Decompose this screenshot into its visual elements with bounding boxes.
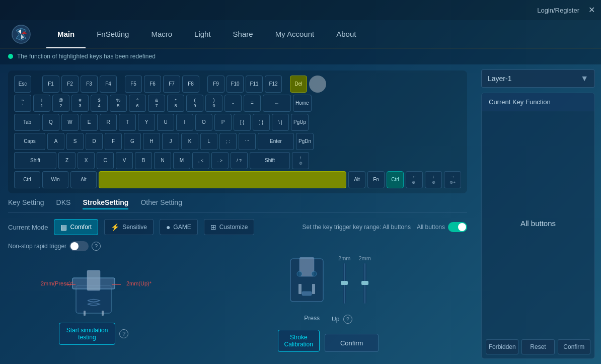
key-6[interactable]: ^6 <box>129 95 146 112</box>
mode-btn-game[interactable]: ● GAME <box>160 219 198 235</box>
key-v[interactable]: V <box>116 152 133 169</box>
key-tab[interactable]: Tab <box>14 114 40 131</box>
tab-other-setting[interactable]: Other Setting <box>140 198 182 209</box>
key-x[interactable]: X <box>78 152 95 169</box>
close-button[interactable]: ✕ <box>588 6 595 14</box>
key-lalt[interactable]: Alt <box>70 171 97 188</box>
mode-btn-customize[interactable]: ⊞ Customize <box>204 219 255 235</box>
key-enter[interactable]: Enter <box>258 133 294 150</box>
key-7[interactable]: &7 <box>148 95 165 112</box>
key-0[interactable]: )0 <box>205 95 222 112</box>
nav-item-main[interactable]: Main <box>46 20 86 48</box>
key-f11[interactable]: F11 <box>246 76 263 93</box>
key-fn[interactable]: Fn <box>367 171 385 188</box>
key-f12[interactable]: F12 <box>265 76 282 93</box>
mode-btn-comfort[interactable]: ▤ Comfort <box>54 219 98 235</box>
nonstop-help-icon[interactable]: ? <box>92 242 101 251</box>
key-f8[interactable]: F8 <box>182 76 199 93</box>
key-2[interactable]: @2 <box>52 95 69 112</box>
key-pgdn[interactable]: PgDn <box>296 133 314 150</box>
reset-button[interactable]: Reset <box>521 339 554 354</box>
stroke-calibration-button[interactable]: Stroke Calibration <box>278 330 320 352</box>
right-confirm-button[interactable]: Confirm <box>558 339 590 354</box>
confirm-switch-button[interactable]: Confirm <box>325 334 379 352</box>
key-comma[interactable]: , < <box>192 152 209 169</box>
key-o[interactable]: O <box>195 114 212 131</box>
key-slash[interactable]: / ? <box>231 152 248 169</box>
nav-item-share[interactable]: Share <box>222 20 264 48</box>
key-left[interactable]: ←⚙- <box>406 171 423 188</box>
key-up[interactable]: ↑⚙ <box>292 152 309 169</box>
tab-key-setting[interactable]: Key Setting <box>8 198 44 209</box>
key-equals[interactable]: = <box>244 95 261 112</box>
key-s[interactable]: S <box>66 133 84 150</box>
key-5[interactable]: %5 <box>110 95 127 112</box>
nav-item-light[interactable]: Light <box>183 20 222 48</box>
key-t[interactable]: T <box>119 114 136 131</box>
key-spacebar[interactable] <box>99 171 346 188</box>
key-pgup[interactable]: PgUp <box>291 114 309 131</box>
key-f[interactable]: F <box>105 133 122 150</box>
key-rshift[interactable]: Shift <box>250 152 290 169</box>
key-rbracket[interactable]: ] } <box>253 114 270 131</box>
nav-item-macro[interactable]: Macro <box>140 20 183 48</box>
key-rctrl[interactable]: Ctrl <box>387 171 404 188</box>
key-i[interactable]: I <box>176 114 193 131</box>
key-esc[interactable]: Esc <box>14 76 31 93</box>
key-del[interactable]: Del <box>290 76 307 93</box>
nav-item-about[interactable]: About <box>325 20 367 48</box>
key-right[interactable]: →⚙+ <box>444 171 461 188</box>
key-down[interactable]: ↓⚙ <box>425 171 442 188</box>
key-n[interactable]: N <box>154 152 171 169</box>
key-home[interactable]: Home <box>293 95 312 112</box>
key-backspace[interactable]: ← <box>263 95 291 112</box>
nav-item-myaccount[interactable]: My Account <box>264 20 326 48</box>
key-4[interactable]: $4 <box>91 95 108 112</box>
key-semicolon[interactable]: ; : <box>219 133 237 150</box>
key-z[interactable]: Z <box>58 152 76 169</box>
key-a[interactable]: A <box>47 133 64 150</box>
key-f2[interactable]: F2 <box>61 76 79 93</box>
key-f7[interactable]: F7 <box>163 76 180 93</box>
key-l[interactable]: L <box>200 133 217 150</box>
key-j[interactable]: J <box>162 133 179 150</box>
key-u[interactable]: U <box>157 114 174 131</box>
nav-item-fnsetting[interactable]: FnSetting <box>86 20 140 48</box>
press-slider[interactable] <box>343 263 346 304</box>
key-y[interactable]: Y <box>138 114 155 131</box>
sim-test-button[interactable]: Start simulation testing <box>59 323 116 345</box>
key-w[interactable]: W <box>61 114 79 131</box>
key-b[interactable]: B <box>135 152 152 169</box>
key-f4[interactable]: F4 <box>100 76 117 93</box>
key-minus[interactable]: - <box>224 95 242 112</box>
key-h[interactable]: H <box>143 133 160 150</box>
tab-dks[interactable]: DKS <box>56 198 71 209</box>
all-buttons-toggle[interactable] <box>448 222 467 232</box>
key-d[interactable]: D <box>86 133 103 150</box>
up-help-icon[interactable]: ? <box>343 315 352 324</box>
nonstop-toggle[interactable] <box>69 241 89 251</box>
key-f3[interactable]: F3 <box>81 76 98 93</box>
key-1[interactable]: !1 <box>33 95 50 112</box>
key-lctrl[interactable]: Ctrl <box>14 171 40 188</box>
key-3[interactable]: #3 <box>71 95 89 112</box>
key-m[interactable]: M <box>173 152 190 169</box>
key-8[interactable]: *8 <box>167 95 184 112</box>
press-slider-thumb[interactable] <box>341 281 348 285</box>
up-slider-thumb[interactable] <box>361 281 368 285</box>
key-tilde[interactable]: ~` <box>14 95 31 112</box>
key-f9[interactable]: F9 <box>207 76 224 93</box>
key-caps[interactable]: Caps <box>14 133 45 150</box>
key-f5[interactable]: F5 <box>125 76 142 93</box>
key-win[interactable]: Win <box>42 171 68 188</box>
key-backslash[interactable]: \ | <box>272 114 289 131</box>
key-lbracket[interactable]: [ { <box>234 114 251 131</box>
key-f6[interactable]: F6 <box>144 76 161 93</box>
key-p[interactable]: P <box>214 114 232 131</box>
key-9[interactable]: (9 <box>186 95 203 112</box>
key-k[interactable]: K <box>181 133 198 150</box>
key-ralt[interactable]: Alt <box>348 171 365 188</box>
key-q[interactable]: Q <box>42 114 59 131</box>
key-c[interactable]: C <box>97 152 114 169</box>
key-f1[interactable]: F1 <box>42 76 59 93</box>
